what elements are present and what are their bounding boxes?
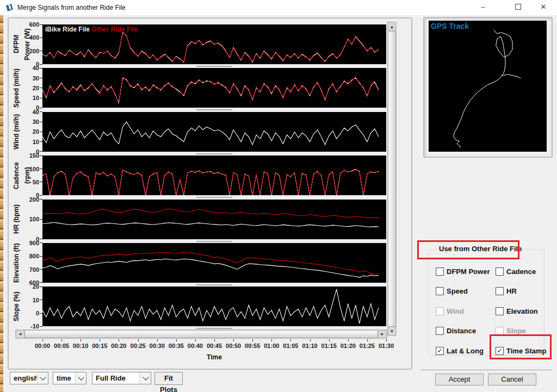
y-tick-label: 10 (33, 297, 39, 303)
chart-row: Slope (%)-1001020 (11, 287, 387, 326)
checkbox-unchecked-icon[interactable] (436, 287, 444, 295)
y-tick-label: -10 (30, 323, 39, 329)
y-axis-label: Speed (mi/h) (11, 68, 22, 108)
checkbox-label: Wind (447, 307, 464, 315)
desktop-background-sliver (0, 15, 3, 392)
title-bar: Merge Signals from another Ride File – ✕ (0, 0, 557, 15)
checkbox-checked-icon[interactable]: ✓ (496, 347, 504, 355)
chevron-down-icon (140, 372, 151, 384)
y-tick-label: 150 (29, 152, 39, 159)
chevron-down-icon (75, 372, 86, 384)
gps-track-label: GPS Track (431, 22, 469, 30)
scroll-left-icon[interactable]: ◄ (16, 330, 24, 338)
scroll-right-icon[interactable]: ► (378, 330, 387, 338)
chart-row: Elevation (ft)600700800900 (11, 243, 387, 283)
checkbox-dfpm-power[interactable]: DFPM Power (436, 262, 496, 282)
legend-other: Other Ride File (90, 26, 138, 33)
y-axis-ticks: -1001020 (22, 287, 42, 326)
merge-signals-dialog: Merge Signals from another Ride File – ✕… (0, 0, 557, 392)
checkbox-label: HR (506, 287, 517, 295)
checkbox-unchecked-icon[interactable] (496, 267, 504, 276)
units-dropdown[interactable]: english (10, 372, 48, 384)
checkbox-label: Cadence (506, 267, 536, 276)
close-button[interactable]: ✕ (531, 0, 555, 15)
checkbox-elevation[interactable]: Elevation (496, 301, 542, 321)
y-axis-label: DFPM Power (W) (11, 24, 22, 64)
x-tick-label: 00:30 (150, 343, 165, 349)
x-tick-label: 01:05 (283, 343, 298, 349)
ride-range-dropdown[interactable]: Full Ride (92, 372, 151, 384)
chevron-down-icon (37, 372, 48, 384)
checkbox-time-stamp[interactable]: ✓Time Stamp (496, 341, 542, 361)
chart-mini-scrollbar[interactable] (196, 241, 232, 242)
chart-row: Wind (mi/h)010203040 (11, 112, 387, 152)
checkbox-label: Elevation (506, 307, 538, 315)
chart-mini-scrollbar[interactable] (196, 153, 232, 154)
checkbox-slope: Slope (496, 321, 542, 341)
y-tick-label: 40 (33, 65, 39, 71)
x-tick-label: 01:30 (379, 343, 394, 349)
vertical-scrollbar-thumb[interactable] (388, 31, 396, 327)
time-axis-title: Time (42, 353, 386, 361)
y-tick-label: 30 (33, 75, 39, 82)
checkbox-label: DFPM Power (447, 267, 490, 276)
chart-mini-scrollbar[interactable] (196, 66, 232, 67)
checkbox-grid: DFPM PowerCadenceSpeedHRWindElevationDis… (436, 262, 542, 361)
fit-plots-button[interactable]: Fit Plots (154, 372, 183, 385)
checkbox-lat-long[interactable]: ✓Lat & Long (436, 341, 496, 361)
y-tick-label: 200 (29, 196, 39, 203)
y-tick-label: 100 (29, 216, 39, 222)
chart-mini-scrollbar[interactable] (196, 284, 232, 285)
y-tick-label: 200 (29, 48, 39, 54)
cancel-button[interactable]: Cancel (488, 374, 536, 385)
scroll-up-icon[interactable]: ▲ (388, 22, 396, 31)
accept-button[interactable]: Accept (435, 374, 484, 385)
chart-plot-area (42, 68, 386, 108)
vertical-scrollbar[interactable]: ▲ ▼ (387, 22, 397, 336)
y-tick-label: 10 (33, 139, 39, 145)
x-tick-label: 00:20 (111, 343, 126, 349)
y-tick-label: 600 (29, 21, 39, 28)
scroll-down-icon[interactable]: ▼ (388, 327, 396, 335)
horizontal-scrollbar-thumb[interactable] (24, 330, 378, 338)
x-tick-label: 01:00 (264, 343, 279, 349)
y-tick-label: 50 (33, 179, 39, 185)
ride-range-dropdown-value: Full Ride (92, 374, 140, 382)
stacked-charts: DFPM Power (W)0200400600iBike Ride File … (11, 24, 387, 331)
y-axis-ticks: 010203040 (22, 112, 42, 152)
x-tick-label: 01:15 (321, 343, 337, 349)
checkbox-unchecked-icon[interactable] (496, 307, 504, 315)
checkbox-unchecked-icon[interactable] (436, 267, 444, 276)
checkbox-unchecked-icon[interactable] (496, 287, 504, 295)
chart-mini-scrollbar[interactable] (196, 109, 232, 110)
checkbox-unchecked-icon[interactable] (436, 327, 444, 335)
checkbox-label: Time Stamp (506, 347, 546, 355)
checkbox-cadence[interactable]: Cadence (496, 262, 542, 282)
y-axis-ticks: 600700800900 (22, 243, 42, 283)
checkbox-hr[interactable]: HR (496, 282, 542, 302)
y-tick-label: 20 (33, 283, 39, 290)
units-dropdown-value: english (10, 374, 37, 382)
chart-plot-area: iBike Ride File Other Ride File (42, 24, 386, 64)
minimize-button[interactable]: – (471, 0, 495, 15)
x-tick-label: 00:15 (92, 343, 107, 349)
checkbox-speed[interactable]: Speed (436, 282, 496, 302)
y-tick-label: 40 (33, 109, 39, 115)
chart-row: HR (bpm)0100200 (11, 200, 387, 239)
x-tick-label: 00:25 (131, 343, 146, 349)
maximize-button[interactable] (506, 0, 530, 15)
x-tick-label: 01:20 (341, 343, 356, 349)
checkbox-distance[interactable]: Distance (436, 321, 496, 341)
checkbox-checked-icon[interactable]: ✓ (436, 347, 444, 355)
checkbox-unchecked-icon (496, 327, 504, 335)
y-tick-label: 400 (29, 34, 39, 41)
horizontal-scrollbar[interactable]: ◄ ► (15, 329, 387, 339)
x-tick-label: 00:05 (54, 343, 69, 349)
y-tick-label: 20 (33, 128, 39, 135)
chart-mini-scrollbar[interactable] (196, 197, 232, 198)
y-tick-label: 10 (33, 95, 39, 101)
y-axis-label: Wind (mi/h) (11, 112, 22, 152)
xaxis-mode-dropdown[interactable]: time (53, 372, 86, 384)
checkbox-wind: Wind (436, 301, 496, 321)
y-axis-label: HR (bpm) (11, 200, 22, 239)
